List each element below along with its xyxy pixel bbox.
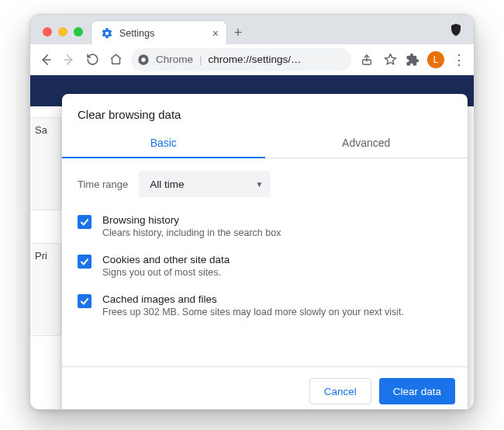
bg-card-2: Pri xyxy=(30,243,61,336)
reload-button[interactable] xyxy=(85,53,100,66)
address-bar[interactable]: Chrome | chrome://settings/… xyxy=(131,48,351,71)
clear-data-button[interactable]: Clear data xyxy=(379,378,455,404)
bg-label-1: Sa xyxy=(30,118,60,136)
omnibox-url: chrome://settings/… xyxy=(209,54,302,65)
window-controls xyxy=(36,27,91,44)
omnibox-source: Chrome xyxy=(156,54,193,65)
option-subtitle: Clears history, including in the search … xyxy=(102,227,281,238)
profile-avatar[interactable]: L xyxy=(427,51,444,68)
bg-label-2: Pri xyxy=(30,244,60,262)
time-range-label: Time range xyxy=(78,179,128,190)
checkbox-cache[interactable] xyxy=(78,294,91,308)
menu-button[interactable]: ⋮ xyxy=(452,51,466,68)
option-title: Cookies and other site data xyxy=(102,254,230,265)
option-title: Browsing history xyxy=(102,214,281,226)
clear-data-dialog: Clear browsing data Basic Advanced Time … xyxy=(62,94,468,410)
checkbox-cookies[interactable] xyxy=(78,255,91,269)
chrome-icon xyxy=(137,54,150,66)
option-browsing-history: Browsing history Clears history, includi… xyxy=(78,206,452,246)
maximize-window-icon[interactable] xyxy=(74,27,83,36)
dialog-tabs: Basic Advanced xyxy=(62,129,468,158)
checkbox-browsing-history[interactable] xyxy=(78,215,91,229)
extensions-icon[interactable] xyxy=(406,53,419,67)
dialog-actions: Cancel Clear data xyxy=(62,366,468,410)
toolbar: Chrome | chrome://settings/… L ⋮ xyxy=(30,44,474,75)
tab-title: Settings xyxy=(119,28,154,39)
tab-basic[interactable]: Basic xyxy=(62,129,265,158)
browser-tab[interactable]: Settings × xyxy=(91,20,227,45)
time-range-value: All time xyxy=(150,179,184,190)
time-range-select[interactable]: All time ▼ xyxy=(139,171,271,197)
browser-window: Settings × + Chrome | chrome://settings/… xyxy=(29,14,475,410)
close-tab-icon[interactable]: × xyxy=(212,27,219,40)
gear-icon xyxy=(101,27,113,40)
avatar-letter: L xyxy=(433,54,439,65)
option-subtitle: Frees up 302 MB. Some sites may load mor… xyxy=(102,307,404,317)
omnibox-separator: | xyxy=(199,54,202,65)
home-button[interactable] xyxy=(108,53,123,66)
bookmark-button[interactable] xyxy=(382,53,398,66)
cancel-button[interactable]: Cancel xyxy=(309,378,371,404)
shield-icon[interactable] xyxy=(449,23,463,36)
page-content: Sa Pri Clear browsing data Basic Advance… xyxy=(30,75,474,409)
svg-marker-5 xyxy=(385,54,395,64)
option-subtitle: Signs you out of most sites. xyxy=(102,267,230,278)
back-button[interactable] xyxy=(38,53,54,67)
time-range-row: Time range All time ▼ xyxy=(62,158,468,203)
minimize-window-icon[interactable] xyxy=(58,27,67,36)
bg-card-1: Sa xyxy=(30,117,61,210)
forward-button[interactable] xyxy=(61,53,77,67)
svg-point-3 xyxy=(141,57,145,61)
tab-advanced[interactable]: Advanced xyxy=(265,129,468,158)
tab-strip: Settings × + xyxy=(30,15,474,44)
dialog-title: Clear browsing data xyxy=(62,94,468,129)
option-cache: Cached images and files Frees up 302 MB.… xyxy=(78,286,452,325)
new-tab-button[interactable]: + xyxy=(227,25,249,44)
option-cookies: Cookies and other site data Signs you ou… xyxy=(78,246,452,286)
close-window-icon[interactable] xyxy=(43,27,52,36)
share-button[interactable] xyxy=(359,54,375,66)
options-list: Browsing history Clears history, includi… xyxy=(62,203,468,325)
option-title: Cached images and files xyxy=(102,293,404,305)
chevron-down-icon: ▼ xyxy=(255,180,263,189)
